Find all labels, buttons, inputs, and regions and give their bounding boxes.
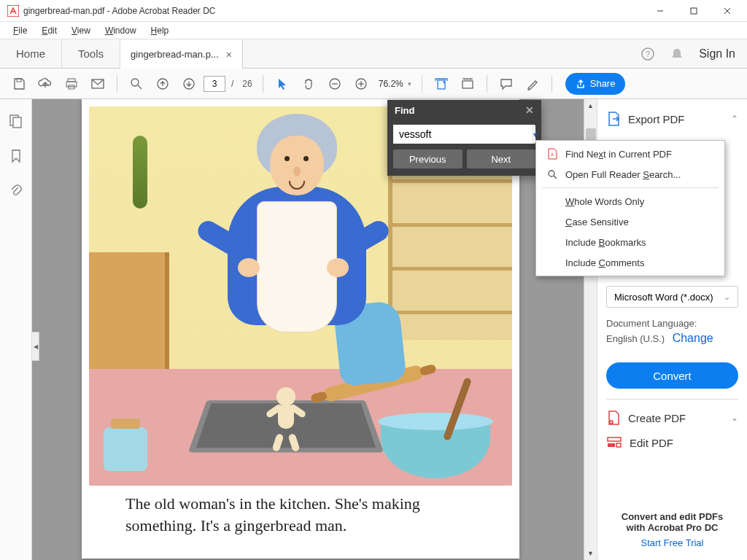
maximize-button[interactable] bbox=[677, 0, 711, 22]
email-icon[interactable] bbox=[86, 72, 109, 96]
find-panel: Find ✕ ▾ Previous Next bbox=[387, 100, 541, 176]
find-title: Find bbox=[395, 105, 414, 116]
footer-line2: with Acrobat Pro DC bbox=[606, 522, 738, 533]
chevron-down-icon: ⌄ bbox=[724, 292, 730, 302]
export-pdf-row[interactable]: Export PDF ⌃ bbox=[606, 111, 738, 127]
pointer-tool-icon[interactable] bbox=[271, 72, 294, 96]
highlight-icon[interactable] bbox=[521, 72, 544, 96]
close-button[interactable] bbox=[711, 0, 744, 22]
ctx-find-next[interactable]: A Find Next in Current PDF bbox=[536, 144, 724, 164]
share-label: Share bbox=[590, 78, 616, 89]
next-page-icon[interactable] bbox=[177, 72, 201, 96]
ctx-full-search[interactable]: Open Full Reader Search... bbox=[536, 164, 724, 184]
tab-close-icon[interactable]: × bbox=[226, 49, 232, 61]
svg-rect-31 bbox=[608, 443, 615, 447]
ctx-include-bookmarks[interactable]: Include Bookmarks bbox=[536, 232, 724, 252]
edit-pdf-icon bbox=[606, 436, 622, 449]
menu-window[interactable]: Window bbox=[98, 24, 144, 37]
svg-rect-8 bbox=[68, 79, 75, 82]
create-pdf-icon bbox=[606, 410, 621, 426]
minimize-button[interactable] bbox=[643, 0, 677, 22]
svg-text:A: A bbox=[551, 152, 554, 157]
create-pdf-row[interactable]: Create PDF ⌄ bbox=[606, 410, 738, 426]
menu-file[interactable]: File bbox=[6, 24, 34, 37]
zoom-level[interactable]: 76.2% bbox=[376, 79, 414, 89]
window-title: gingerbread-man.pdf - Adobe Acrobat Read… bbox=[23, 6, 643, 16]
ctx-whole-words[interactable]: Whole Words Only bbox=[536, 191, 724, 211]
svg-text:?: ? bbox=[646, 50, 650, 58]
titlebar: gingerbread-man.pdf - Adobe Acrobat Read… bbox=[0, 0, 747, 22]
page-number-input[interactable] bbox=[204, 76, 225, 92]
save-icon[interactable] bbox=[7, 72, 31, 96]
zoom-out-icon[interactable] bbox=[323, 72, 347, 96]
toolbar: / 26 76.2% ▾ Share bbox=[0, 69, 747, 99]
search-icon[interactable] bbox=[125, 72, 148, 96]
page-total: 26 bbox=[242, 79, 252, 89]
export-pdf-label: Export PDF bbox=[628, 113, 724, 125]
app-icon bbox=[7, 5, 19, 17]
convert-button[interactable]: Convert bbox=[606, 362, 738, 389]
find-close-icon[interactable]: ✕ bbox=[525, 104, 534, 116]
page-separator: / bbox=[231, 79, 233, 89]
footer-line1: Convert and edit PDFs bbox=[606, 511, 738, 522]
hand-tool-icon[interactable] bbox=[297, 72, 320, 96]
bookmark-icon[interactable] bbox=[9, 149, 23, 163]
change-language-link[interactable]: Change bbox=[673, 332, 713, 344]
chevron-down-icon: ⌄ bbox=[731, 413, 738, 423]
sign-in-link[interactable]: Sign In bbox=[699, 47, 735, 61]
menubar: File Edit View Window Help bbox=[0, 22, 747, 39]
svg-rect-9 bbox=[66, 82, 77, 87]
find-previous-button[interactable]: Previous bbox=[393, 149, 462, 168]
svg-rect-23 bbox=[462, 81, 473, 88]
help-icon[interactable]: ? bbox=[640, 47, 655, 61]
menu-view[interactable]: View bbox=[64, 24, 98, 37]
search-icon bbox=[546, 169, 558, 179]
svg-rect-32 bbox=[616, 443, 621, 447]
find-input[interactable] bbox=[393, 125, 533, 144]
svg-point-12 bbox=[131, 79, 139, 86]
attachment-icon[interactable] bbox=[9, 184, 23, 198]
tab-tools[interactable]: Tools bbox=[62, 39, 120, 68]
notifications-icon[interactable] bbox=[670, 47, 684, 61]
svg-point-34 bbox=[549, 171, 554, 176]
svg-line-13 bbox=[138, 85, 142, 89]
doc-language-label: Document Language: bbox=[606, 318, 738, 329]
print-icon[interactable] bbox=[60, 72, 83, 96]
start-trial-link[interactable]: Start Free Trial bbox=[606, 537, 738, 548]
tab-document-label: gingerbread-man.p... bbox=[131, 49, 219, 60]
create-pdf-label: Create PDF bbox=[628, 412, 724, 424]
ctx-include-comments[interactable]: Include Comments bbox=[536, 252, 724, 273]
format-value: Microsoft Word (*.docx) bbox=[614, 292, 713, 303]
ctx-case-sensitive[interactable]: Case Sensitive bbox=[536, 211, 724, 232]
chevron-up-icon: ⌃ bbox=[731, 114, 738, 124]
pdf-file-icon: A bbox=[546, 148, 558, 160]
sidebar-collapse-handle[interactable]: ◀ bbox=[32, 332, 39, 361]
find-options-menu: A Find Next in Current PDF Open Full Rea… bbox=[535, 140, 725, 276]
doc-language-value: English (U.S.) bbox=[606, 333, 665, 344]
svg-line-35 bbox=[554, 176, 557, 179]
format-select[interactable]: Microsoft Word (*.docx) ⌄ bbox=[606, 286, 738, 308]
svg-rect-0 bbox=[7, 5, 19, 17]
prev-page-icon[interactable] bbox=[151, 72, 174, 96]
cloud-upload-icon[interactable] bbox=[34, 72, 57, 96]
left-sidebar bbox=[0, 99, 32, 560]
zoom-in-icon[interactable] bbox=[349, 72, 373, 96]
tab-home[interactable]: Home bbox=[0, 39, 62, 68]
edit-pdf-row[interactable]: Edit PDF bbox=[606, 436, 738, 449]
page-view-icon[interactable] bbox=[456, 72, 479, 96]
edit-pdf-label: Edit PDF bbox=[630, 437, 738, 449]
share-button[interactable]: Share bbox=[565, 73, 626, 95]
svg-rect-2 bbox=[691, 8, 697, 14]
export-pdf-icon bbox=[606, 111, 621, 127]
scroll-up-icon[interactable]: ▲ bbox=[584, 99, 597, 112]
thumbnails-icon[interactable] bbox=[9, 114, 23, 128]
tab-document[interactable]: gingerbread-man.p... × bbox=[120, 40, 243, 69]
svg-rect-30 bbox=[608, 438, 621, 441]
scroll-down-icon[interactable]: ▼ bbox=[584, 547, 597, 560]
fit-width-icon[interactable]: ▾ bbox=[430, 72, 453, 96]
find-next-button[interactable]: Next bbox=[467, 149, 536, 168]
comment-icon[interactable] bbox=[495, 72, 518, 96]
menu-help[interactable]: Help bbox=[144, 24, 177, 37]
menu-edit[interactable]: Edit bbox=[34, 24, 64, 37]
svg-text:▾: ▾ bbox=[443, 79, 446, 85]
